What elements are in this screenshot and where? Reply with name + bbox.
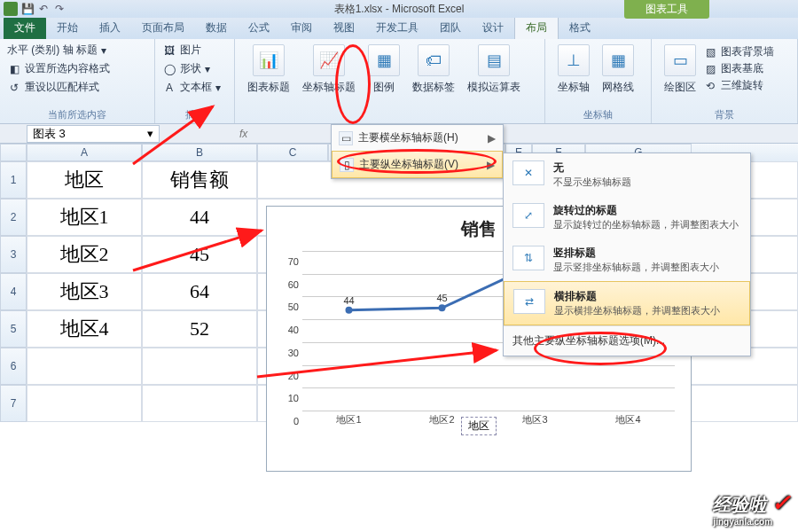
col-header-C[interactable]: C (257, 144, 328, 161)
save-icon[interactable]: 💾 (21, 3, 34, 15)
tab-insert[interactable]: 插入 (89, 17, 131, 39)
row-header[interactable]: 4 (0, 273, 27, 310)
fx-label[interactable]: fx (239, 128, 247, 140)
submenu-none[interactable]: ✕ 无不显示坐标轴标题 (504, 153, 750, 196)
submenu-arrow-icon: ▶ (487, 159, 495, 171)
watermark-url: jingyanla.com (713, 517, 791, 527)
axis-titles-label: 坐标轴标题 (302, 80, 356, 95)
insert-shapes-label: 形状 (180, 61, 201, 76)
cell[interactable]: 地区1 (27, 199, 142, 236)
axis-titles-icon: 📈 (313, 44, 345, 76)
menu-primary-vertical-axis-label: 主要纵坐标轴标题(V) (359, 157, 458, 172)
redo-icon[interactable]: ↷ (53, 3, 66, 15)
select-all-corner[interactable] (0, 144, 27, 161)
chart-x-tick: 地区1 (336, 413, 361, 426)
submenu-horizontal-title[interactable]: ⇄ 横排标题显示横排坐标轴标题，并调整图表大小 (504, 281, 750, 325)
svg-point-1 (439, 304, 446, 311)
cell[interactable] (142, 348, 257, 385)
tab-format[interactable]: 格式 (559, 17, 601, 39)
chart-floor-icon: ▨ (703, 62, 717, 76)
tab-developer[interactable]: 开发工具 (365, 17, 429, 39)
cell[interactable]: 地区3 (27, 273, 142, 310)
tab-design[interactable]: 设计 (472, 17, 514, 39)
rotation-3d-button[interactable]: ⟲三维旋转 (703, 78, 774, 93)
cell[interactable]: 52 (142, 310, 257, 348)
tab-team[interactable]: 团队 (429, 17, 472, 39)
tab-home[interactable]: 开始 (46, 17, 89, 39)
gridlines-icon: ▦ (602, 44, 634, 76)
selection-dropdown-label: 水平 (类别) 轴 标题 (7, 43, 98, 58)
chart-x-axis-label[interactable]: 地区 (461, 417, 497, 435)
insert-shapes-button[interactable]: ◯形状 ▾ (162, 61, 227, 76)
cell[interactable] (27, 385, 142, 422)
row-header[interactable]: 3 (0, 236, 27, 273)
col-header-A[interactable]: A (27, 144, 142, 161)
tab-review[interactable]: 审阅 (280, 17, 323, 39)
cell[interactable]: 地区4 (27, 310, 142, 348)
submenu-vertical-title[interactable]: ⇅ 竖排标题显示竖排坐标轴标题，并调整图表大小 (504, 239, 750, 281)
cell[interactable]: 地区2 (27, 236, 142, 273)
cell[interactable]: 64 (142, 273, 257, 310)
cell[interactable] (27, 348, 142, 385)
row-header[interactable]: 5 (0, 310, 27, 348)
tab-file[interactable]: 文件 (4, 17, 46, 39)
picture-icon: 🖼 (162, 43, 176, 58)
cell[interactable] (142, 385, 257, 422)
ribbon-group-current-selection: 当前所选内容 (0, 108, 154, 121)
submenu-rotated-title[interactable]: ⤢ 旋转过的标题显示旋转过的坐标轴标题，并调整图表大小 (504, 196, 750, 239)
gridlines-button[interactable]: ▦网格线 (597, 43, 639, 97)
cell[interactable]: 45 (142, 236, 257, 273)
row-header[interactable]: 6 (0, 348, 27, 385)
chart-y-tick: 70 (288, 256, 302, 267)
tab-data[interactable]: 数据 (195, 17, 238, 39)
chart-x-tick: 地区3 (522, 413, 547, 426)
chart-wall-button[interactable]: ▧图表背景墙 (703, 44, 774, 59)
chart-y-tick: 20 (288, 371, 302, 381)
none-icon: ✕ (512, 160, 544, 185)
chevron-down-icon[interactable]: ▾ (147, 127, 153, 140)
insert-textbox-button[interactable]: A文本框 ▾ (162, 80, 227, 95)
format-selection-button[interactable]: ◧设置所选内容格式 (7, 61, 147, 76)
name-box[interactable]: 图表 3▾ (27, 125, 160, 143)
vertical-axis-icon: ▯ (340, 158, 354, 172)
chart-title-button[interactable]: 📊图表标题 (242, 43, 295, 97)
insert-picture-label: 图片 (180, 43, 201, 58)
cell[interactable]: 销售额 (142, 161, 257, 199)
shapes-icon: ◯ (162, 62, 176, 76)
legend-button[interactable]: ▦图例 (363, 43, 405, 97)
menu-primary-horizontal-axis-title[interactable]: ▭ 主要横坐标轴标题(H) ▶ (332, 125, 503, 151)
title-bar: 💾 ↶ ↷ 表格1.xlsx - Microsoft Excel 图表工具 (0, 0, 798, 18)
tab-layout[interactable]: 布局 (514, 16, 559, 39)
selection-dropdown[interactable]: 水平 (类别) 轴 标题 ▾ (7, 43, 147, 58)
reset-style-button[interactable]: ↺重设以匹配样式 (7, 80, 147, 95)
ribbon-group-background: 背景 (652, 108, 797, 121)
menu-primary-vertical-axis-title[interactable]: ▯ 主要纵坐标轴标题(V) ▶ (332, 151, 503, 178)
tab-formulas[interactable]: 公式 (238, 17, 280, 39)
col-header-B[interactable]: B (142, 144, 257, 161)
submenu-arrow-icon: ▶ (488, 132, 496, 145)
row-header[interactable]: 7 (0, 385, 27, 422)
name-box-value: 图表 3 (33, 126, 66, 142)
submenu-rotated-title-label: 旋转过的标题 (553, 203, 739, 218)
rotation-3d-label: 三维旋转 (721, 78, 763, 93)
chart-floor-button[interactable]: ▨图表基底 (703, 61, 774, 76)
undo-icon[interactable]: ↶ (37, 3, 50, 15)
submenu-more-options[interactable]: 其他主要纵坐标轴标题选项(M)... (504, 325, 750, 356)
data-labels-icon: 🏷 (418, 44, 450, 76)
insert-picture-button[interactable]: 🖼图片 (162, 43, 227, 58)
cell[interactable]: 44 (142, 199, 257, 236)
plot-area-button[interactable]: ▭绘图区 (659, 43, 701, 97)
cell[interactable]: 地区 (27, 161, 142, 199)
vertical-axis-title-submenu: ✕ 无不显示坐标轴标题 ⤢ 旋转过的标题显示旋转过的坐标轴标题，并调整图表大小 … (503, 153, 751, 356)
axis-titles-button[interactable]: 📈坐标轴标题 (297, 43, 361, 97)
tab-page-layout[interactable]: 页面布局 (131, 17, 195, 39)
data-labels-button[interactable]: 🏷数据标签 (407, 43, 460, 97)
data-table-button[interactable]: ▤模拟运算表 (462, 43, 526, 97)
rotated-title-icon: ⤢ (512, 203, 544, 228)
reset-style-label: 重设以匹配样式 (25, 80, 99, 95)
row-header[interactable]: 2 (0, 199, 27, 236)
row-header[interactable]: 1 (0, 161, 27, 199)
excel-icon (4, 2, 18, 16)
tab-view[interactable]: 视图 (323, 17, 365, 39)
axes-button[interactable]: ⊥坐标轴 (552, 43, 595, 97)
